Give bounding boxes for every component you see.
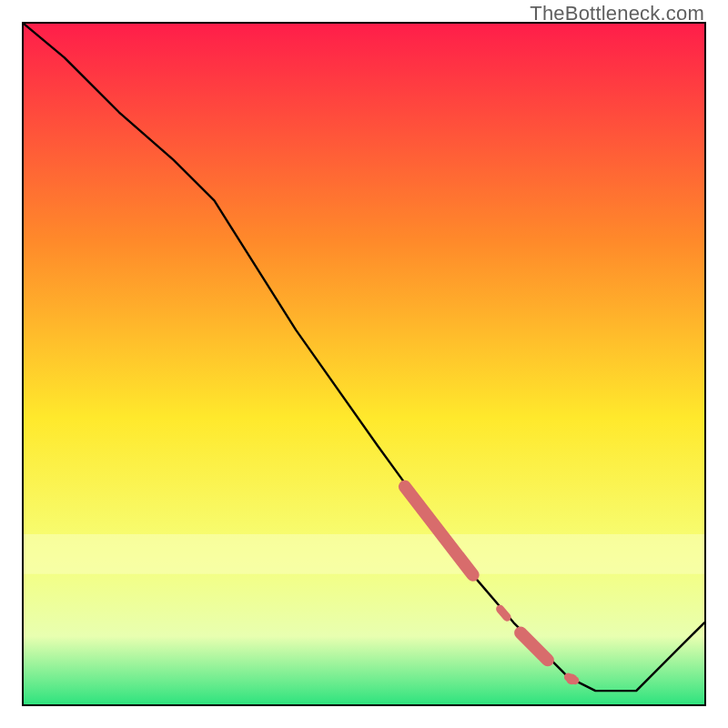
bottleneck-chart: TheBottleneck.com <box>0 0 728 728</box>
data-overlay <box>24 24 704 704</box>
highlight-segment <box>500 609 507 617</box>
highlight-segment <box>521 632 548 660</box>
highlight-segment <box>405 487 473 575</box>
plot-area <box>22 22 706 706</box>
highlight-segments <box>405 487 575 681</box>
highlight-points <box>566 673 577 684</box>
highlight-point <box>566 673 577 684</box>
bottleneck-curve <box>24 24 704 691</box>
